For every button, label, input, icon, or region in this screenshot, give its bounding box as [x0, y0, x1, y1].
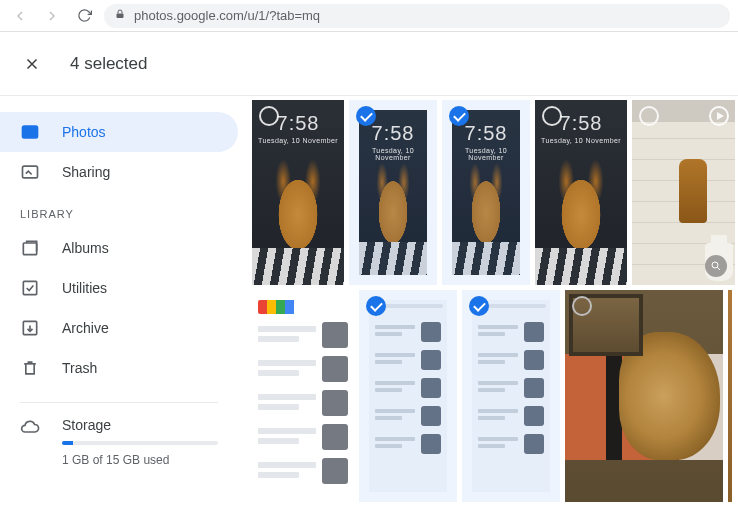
- photo-thumb[interactable]: 7:58Tuesday, 10 November: [535, 100, 627, 285]
- storage-section[interactable]: Storage 1 GB of 15 GB used: [0, 403, 238, 467]
- sidebar-item-label: Sharing: [62, 164, 110, 180]
- selection-count: 4 selected: [70, 54, 148, 74]
- photo-thumb[interactable]: 7:58Tuesday, 10 November: [349, 100, 437, 285]
- sidebar-item-sharing[interactable]: Sharing: [0, 152, 238, 192]
- select-circle-icon[interactable]: [259, 106, 279, 126]
- svg-rect-4: [23, 243, 36, 255]
- trash-icon: [20, 358, 40, 378]
- lock-icon: [114, 8, 126, 23]
- svg-point-2: [26, 129, 29, 132]
- photo-thumb[interactable]: [462, 290, 560, 502]
- svg-point-7: [712, 262, 718, 268]
- selection-header: 4 selected: [0, 32, 738, 96]
- selected-check-icon[interactable]: [449, 106, 469, 126]
- cloud-icon: [20, 417, 40, 440]
- sidebar-item-label: Trash: [62, 360, 97, 376]
- reload-button[interactable]: [72, 4, 96, 28]
- url-text: photos.google.com/u/1/?tab=mq: [134, 8, 320, 23]
- sidebar-item-label: Photos: [62, 124, 106, 140]
- archive-icon: [20, 318, 40, 338]
- selected-check-icon[interactable]: [366, 296, 386, 316]
- sidebar-item-trash[interactable]: Trash: [0, 348, 238, 388]
- storage-label: Storage: [62, 417, 218, 433]
- photo-thumb[interactable]: [728, 290, 732, 502]
- sidebar-item-utilities[interactable]: Utilities: [0, 268, 238, 308]
- photo-thumb[interactable]: [359, 290, 457, 502]
- sidebar-item-label: Utilities: [62, 280, 107, 296]
- albums-icon: [20, 238, 40, 258]
- svg-rect-0: [117, 14, 124, 19]
- photos-icon: [20, 122, 40, 142]
- select-circle-icon[interactable]: [639, 106, 659, 126]
- zoom-icon[interactable]: [705, 255, 727, 277]
- photo-grid: 7:58Tuesday, 10 November 7:58Tuesday, 10…: [248, 96, 738, 508]
- library-section-label: LIBRARY: [0, 192, 238, 228]
- browser-toolbar: photos.google.com/u/1/?tab=mq: [0, 0, 738, 32]
- close-selection-button[interactable]: [20, 52, 44, 76]
- storage-used: 1 GB of 15 GB used: [62, 453, 218, 467]
- address-bar[interactable]: photos.google.com/u/1/?tab=mq: [104, 4, 730, 28]
- photo-thumb[interactable]: [252, 290, 354, 502]
- forward-button[interactable]: [40, 4, 64, 28]
- sidebar-item-photos[interactable]: Photos: [0, 112, 238, 152]
- photo-thumb[interactable]: [565, 290, 723, 502]
- sidebar-item-albums[interactable]: Albums: [0, 228, 238, 268]
- sharing-icon: [20, 162, 40, 182]
- select-circle-icon[interactable]: [572, 296, 592, 316]
- select-circle-icon[interactable]: [542, 106, 562, 126]
- sidebar-item-archive[interactable]: Archive: [0, 308, 238, 348]
- storage-bar: [62, 441, 218, 445]
- sidebar-item-label: Albums: [62, 240, 109, 256]
- svg-rect-5: [23, 281, 36, 294]
- back-button[interactable]: [8, 4, 32, 28]
- sidebar-item-label: Archive: [62, 320, 109, 336]
- utilities-icon: [20, 278, 40, 298]
- photo-thumb[interactable]: 7:58Tuesday, 10 November: [442, 100, 530, 285]
- video-thumb[interactable]: [632, 100, 735, 285]
- selected-check-icon[interactable]: [469, 296, 489, 316]
- photo-thumb[interactable]: 7:58Tuesday, 10 November: [252, 100, 344, 285]
- sidebar: Photos Sharing LIBRARY Albums Utilities …: [0, 96, 248, 508]
- play-icon: [709, 106, 729, 126]
- selected-check-icon[interactable]: [356, 106, 376, 126]
